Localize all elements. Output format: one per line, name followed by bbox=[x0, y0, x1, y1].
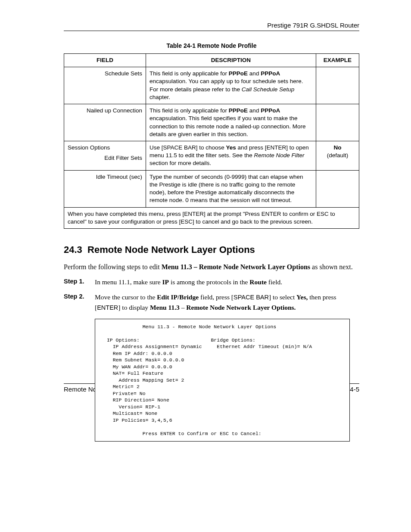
table-row: Schedule Sets This field is only applica… bbox=[64, 67, 359, 104]
step-text: In menu 11.1, make sure IP is among the … bbox=[95, 277, 359, 287]
header-title: Prestige 791R G.SHDSL Router bbox=[267, 22, 359, 29]
table-footer-text: When you have completed this menu, press… bbox=[64, 207, 359, 228]
session-options-label: Session Options bbox=[68, 144, 142, 152]
step-label: Step 2. bbox=[64, 292, 95, 313]
section-intro: Perform the following steps to edit Menu… bbox=[64, 263, 359, 271]
table-row: Nailed up Connection This field is only … bbox=[64, 104, 359, 141]
example-cell bbox=[316, 104, 359, 141]
th-description: DESCRIPTION bbox=[146, 54, 316, 67]
example-sub: (default) bbox=[327, 152, 349, 159]
remote-node-profile-table: FIELD DESCRIPTION EXAMPLE Schedule Sets … bbox=[64, 53, 359, 229]
page-header: Prestige 791R G.SHDSL Router bbox=[64, 22, 359, 31]
example-cell bbox=[316, 67, 359, 104]
field-cell: Session Options Edit Filter Sets bbox=[64, 141, 146, 170]
step-2: Step 2. Move the cursor to the Edit IP/B… bbox=[64, 292, 359, 313]
table-caption: Table 24-1 Remote Node Profile bbox=[64, 42, 359, 49]
example-cell: No (default) bbox=[316, 141, 359, 170]
edit-filter-sets-label: Edit Filter Sets bbox=[68, 154, 142, 162]
steps-list: Step 1. In menu 11.1, make sure IP is am… bbox=[64, 277, 359, 313]
table-row: Session Options Edit Filter Sets Use [SP… bbox=[64, 141, 359, 170]
step-label: Step 1. bbox=[64, 277, 95, 287]
th-field: FIELD bbox=[64, 54, 146, 67]
section-title: Remote Node Network Layer Options bbox=[87, 244, 255, 255]
footer-left: Remote No bbox=[64, 386, 97, 393]
field-cell: Idle Timeout (sec) bbox=[64, 170, 146, 207]
table-row: Idle Timeout (sec) Type the number of se… bbox=[64, 170, 359, 207]
example-main: No bbox=[334, 144, 342, 151]
desc-cell: This field is only applicable for PPPoE … bbox=[146, 104, 316, 141]
desc-cell: This field is only applicable for PPPoE … bbox=[146, 67, 316, 104]
desc-cell: Use [SPACE BAR] to choose Yes and press … bbox=[146, 141, 316, 170]
field-cell: Nailed up Connection bbox=[64, 104, 146, 141]
menu-11-3-box: Menu 11.3 - Remote Node Network Layer Op… bbox=[95, 319, 350, 442]
desc-cell: Type the number of seconds (0-9999) that… bbox=[146, 170, 316, 207]
example-cell bbox=[316, 170, 359, 207]
field-cell: Schedule Sets bbox=[64, 67, 146, 104]
step-text: Move the cursor to the Edit IP/Bridge fi… bbox=[95, 292, 359, 313]
section-number: 24.3 bbox=[64, 244, 82, 255]
section-heading: 24.3 Remote Node Network Layer Options bbox=[64, 244, 359, 255]
step-1: Step 1. In menu 11.1, make sure IP is am… bbox=[64, 277, 359, 287]
table-footer-row: When you have completed this menu, press… bbox=[64, 207, 359, 228]
th-example: EXAMPLE bbox=[316, 54, 359, 67]
